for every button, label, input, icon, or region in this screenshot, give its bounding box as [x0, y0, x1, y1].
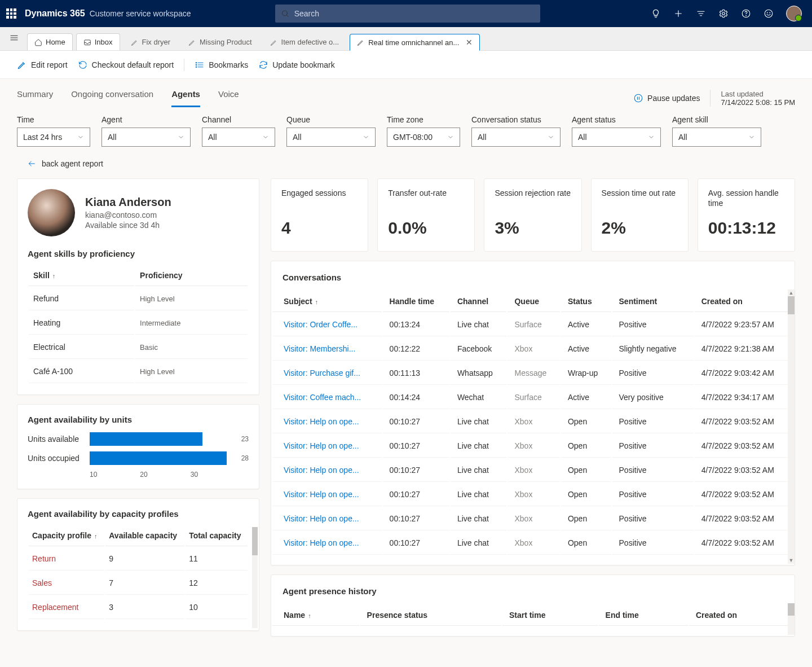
conversation-subject-link[interactable]: Visitor: Order Coffe... [284, 320, 358, 329]
col-skill[interactable]: Skill↑ [29, 265, 134, 286]
report-tabs: SummaryOngoing conversationAgentsVoice P… [0, 79, 812, 107]
col-handle-time[interactable]: Handle time [383, 291, 449, 312]
command-bar: Edit report Checkout default report Book… [0, 51, 812, 79]
conversation-subject-link[interactable]: Visitor: Help on ope... [284, 514, 359, 523]
availability-units-card: Agent availability by units Units availa… [17, 404, 259, 489]
conversation-subject-link[interactable]: Visitor: Help on ope... [284, 466, 359, 475]
filter-select[interactable]: Last 24 hrs [17, 128, 90, 147]
conversation-subject-link[interactable]: Visitor: Help on ope... [284, 490, 359, 499]
filter-icon[interactable] [696, 8, 706, 19]
capacity-profile-link[interactable]: Return [29, 547, 104, 571]
col-created-on[interactable]: Created on [695, 291, 793, 312]
app-launcher-icon[interactable] [5, 7, 18, 20]
skill-name: Electrical [29, 336, 134, 359]
filter-select[interactable]: All [286, 128, 376, 147]
conversation-subject-link[interactable]: Visitor: Purchase gif... [284, 368, 360, 378]
sentiment: Very positive [612, 386, 694, 409]
table-row: Café A-100High Level [29, 360, 248, 383]
chevron-down-icon [648, 134, 655, 141]
lightbulb-icon[interactable] [651, 8, 661, 19]
capacity-profile-link[interactable]: Replacement [29, 596, 104, 619]
axis-tick: 20 [140, 471, 147, 479]
update-bookmark-button[interactable]: Update bookmark [258, 60, 335, 70]
col-start-time[interactable]: Start time [502, 605, 598, 626]
checkout-report-button[interactable]: Checkout default report [78, 60, 174, 70]
session-tab[interactable]: Real time omnichannel an...✕ [350, 34, 480, 51]
header-actions [651, 6, 807, 21]
chart-bar-row: Units occupied28 [28, 451, 249, 465]
svg-point-12 [770, 12, 770, 13]
edit-report-button[interactable]: Edit report [17, 60, 68, 70]
cmd-label: Checkout default report [92, 60, 174, 69]
table-row: Visitor: Help on ope...00:10:27Live chat… [272, 507, 793, 530]
emoji-icon[interactable] [764, 8, 774, 19]
col-queue[interactable]: Queue [508, 291, 559, 312]
col-end-time[interactable]: End time [599, 605, 688, 626]
filter-select[interactable]: All [102, 128, 191, 147]
kpi-title: Avg. session handle time [708, 188, 784, 208]
session-tab[interactable]: Missing Product [181, 33, 259, 50]
filter-select[interactable]: All [672, 128, 761, 147]
col-channel[interactable]: Channel [451, 291, 507, 312]
filter-select[interactable]: All [572, 128, 661, 147]
col-presence-status[interactable]: Presence status [360, 605, 501, 626]
svg-point-9 [746, 15, 747, 16]
session-tab[interactable]: Item defective o... [263, 33, 347, 50]
handle-time: 00:11:13 [383, 362, 449, 385]
tab-label: Missing Product [200, 38, 251, 46]
conversation-subject-link[interactable]: Visitor: Help on ope... [284, 417, 359, 426]
scrollbar[interactable]: ▲▼ [788, 289, 795, 564]
hamburger-icon[interactable] [5, 28, 24, 49]
conversation-subject-link[interactable]: Visitor: Membershi... [284, 344, 355, 353]
pause-updates-button[interactable]: Pause updates [633, 93, 700, 103]
filter-time-zone: Time zoneGMT-08:00 [387, 115, 460, 147]
report-tab-summary[interactable]: Summary [17, 89, 53, 107]
session-tab[interactable]: Home [27, 33, 73, 50]
handle-time: 00:10:27 [383, 507, 449, 530]
gear-icon[interactable] [718, 8, 729, 19]
bookmarks-button[interactable]: Bookmarks [195, 60, 248, 70]
svg-point-21 [196, 67, 197, 68]
conversation-subject-link[interactable]: Visitor: Help on ope... [284, 538, 359, 547]
user-avatar[interactable] [786, 6, 802, 21]
conversation-subject-link[interactable]: Visitor: Coffee mach... [284, 393, 361, 402]
sort-asc-icon: ↑ [94, 533, 98, 539]
capacity-profile-link[interactable]: Sales [29, 572, 104, 595]
report-tab-voice[interactable]: Voice [218, 89, 239, 107]
pause-icon [633, 93, 643, 103]
help-icon[interactable] [741, 8, 751, 19]
col-available-capacity[interactable]: Available capacity [105, 525, 184, 546]
col-subject[interactable]: Subject↑ [272, 291, 382, 312]
col-total-capacity[interactable]: Total capacity [186, 525, 248, 546]
filter-select[interactable]: GMT-08:00 [387, 128, 460, 147]
conversation-subject-link[interactable]: Visitor: Help on ope... [284, 441, 359, 450]
global-search[interactable] [275, 5, 540, 23]
cmd-label: Update bookmark [272, 60, 335, 69]
filter-select[interactable]: All [471, 128, 561, 147]
scrollbar[interactable] [788, 603, 795, 635]
search-input[interactable] [294, 9, 535, 18]
scrollbar[interactable] [252, 527, 258, 628]
presence-table: Name↑Presence statusStart timeEnd timeCr… [271, 604, 795, 627]
filter-select[interactable]: All [202, 128, 275, 147]
created-on: 4/7/2022 9:03:52 AM [695, 507, 793, 530]
back-agent-report-link[interactable]: back agent report [0, 159, 812, 178]
col-name[interactable]: Name↑ [272, 605, 359, 626]
col-proficiency[interactable]: Proficiency [135, 265, 248, 286]
col-capacity-profile[interactable]: Capacity profile↑ [29, 525, 104, 546]
col-sentiment[interactable]: Sentiment [612, 291, 694, 312]
handle-time: 00:12:22 [383, 337, 449, 361]
conversations-card: Conversations Subject↑Handle timeChannel… [271, 261, 795, 565]
col-created-on[interactable]: Created on [689, 605, 793, 626]
table-row: Return911 [29, 547, 248, 571]
col-status[interactable]: Status [561, 291, 611, 312]
report-tab-agents[interactable]: Agents [171, 89, 200, 107]
session-tab[interactable]: Fix dryer [123, 33, 178, 50]
report-tab-ongoing-conversation[interactable]: Ongoing conversation [71, 89, 153, 107]
session-tab[interactable]: Inbox [76, 33, 120, 50]
close-icon[interactable]: ✕ [466, 38, 473, 47]
channel: Live chat [451, 507, 507, 530]
plus-icon[interactable] [673, 8, 683, 19]
status: Open [561, 483, 611, 506]
queue: Xbox [508, 507, 559, 530]
